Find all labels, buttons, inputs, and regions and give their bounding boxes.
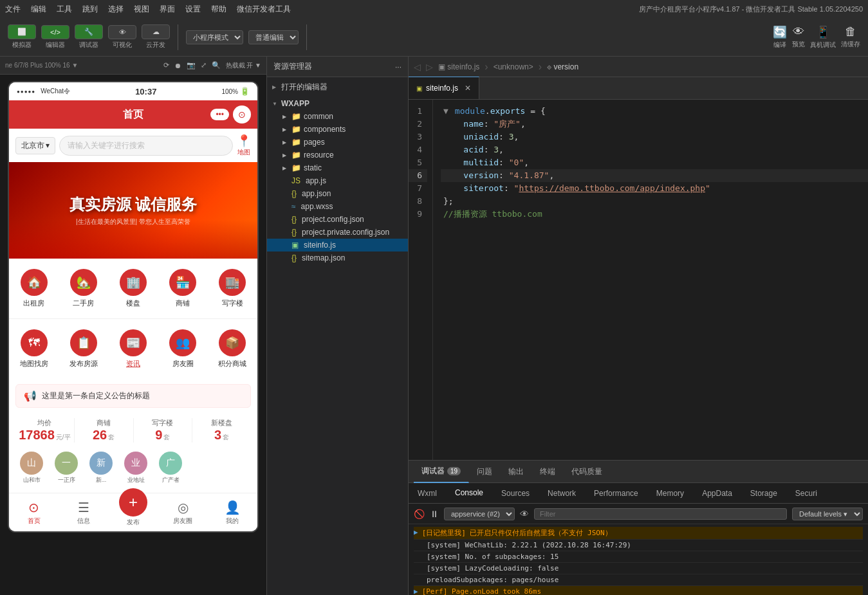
folder-static[interactable]: ▶ 📁 static (267, 161, 408, 174)
search-input[interactable]: 请输入关键字进行搜索 (59, 136, 233, 156)
agent-1[interactable]: 山 山和市 (15, 452, 48, 489)
menu-file[interactable]: 文件 (5, 4, 21, 15)
menu-settings[interactable]: 设置 (185, 4, 201, 15)
nav-forward-icon[interactable]: ▷ (426, 62, 433, 72)
preview-action[interactable]: 👁 预览 (792, 25, 805, 49)
menu-tools[interactable]: 工具 (57, 4, 72, 15)
log-level-select[interactable]: Default levels ▾ (792, 508, 863, 520)
open-editors-section[interactable]: ▶ 打开的编辑器 (267, 80, 408, 95)
file-siteinfo-js[interactable]: ▣ siteinfo.js (267, 239, 408, 252)
editor-tool[interactable]: </> 编辑器 (41, 25, 69, 50)
menu-edit[interactable]: 编辑 (31, 4, 46, 15)
editor-tab-siteinfo[interactable]: ▣ siteinfo.js ✕ (409, 77, 479, 99)
zoom-icon[interactable]: 🔍 (212, 61, 221, 69)
folder-pages[interactable]: ▶ 📁 pages (267, 136, 408, 149)
code-content[interactable]: ▼ module.exports = { name: "房产", uniacid… (433, 100, 868, 460)
category-mall[interactable]: 📦 积分商城 (208, 325, 257, 372)
subtab-network[interactable]: Network (539, 483, 585, 504)
file-app-js[interactable]: JS app.js (267, 174, 408, 187)
menu-help[interactable]: 帮助 (211, 4, 226, 15)
subtab-sources[interactable]: Sources (492, 483, 539, 504)
category-news[interactable]: 📰 资讯 (108, 325, 158, 372)
subtab-wxml[interactable]: Wxml (409, 483, 446, 504)
screenshot-icon[interactable]: 📷 (187, 61, 196, 69)
agent-5[interactable]: 广 广产者 (154, 452, 187, 489)
agent-3[interactable]: 新 新... (85, 452, 117, 489)
phone-banner[interactable]: 真实房源 诚信服务 |生活在最美的风景里| 带您人生至高荣誉 (9, 162, 257, 259)
folder-common[interactable]: ▶ 📁 common (267, 110, 408, 123)
debug-tab-terminal[interactable]: 终端 (532, 461, 564, 483)
nav-home[interactable]: ⊙ 首页 (9, 493, 59, 531)
visual-button[interactable]: 👁 (108, 25, 136, 39)
tab-close-icon[interactable]: ✕ (465, 84, 471, 93)
real-debug-action[interactable]: 📱 真机调试 (810, 25, 836, 50)
menu-view[interactable]: 视图 (134, 4, 149, 15)
console-pause-icon[interactable]: ⏸ (430, 509, 439, 519)
nav-friend-circle[interactable]: ◎ 房友圈 (158, 493, 208, 531)
menu-select[interactable]: 选择 (108, 4, 124, 15)
more-icon[interactable]: ••• (210, 109, 229, 120)
compile-action[interactable]: 🔄 编译 (773, 25, 787, 50)
file-project-config[interactable]: {} project.config.json (267, 213, 408, 226)
category-second-hand[interactable]: 🏡 二手房 (59, 265, 108, 312)
debug-tab-output[interactable]: 输出 (501, 461, 532, 483)
fold-arrow-1[interactable]: ▼ (443, 105, 450, 118)
device-selector[interactable]: ne 6/7/8 Plus 100% 16 ▼ (5, 62, 78, 69)
subtab-console[interactable]: Console (446, 483, 492, 504)
eye-icon[interactable]: 👁 (520, 509, 529, 519)
simulator-button[interactable]: ⬜ (8, 24, 36, 39)
cloud-button[interactable]: ☁ (142, 24, 170, 39)
debugger-button[interactable]: 🔧 (75, 24, 103, 39)
subtab-performance[interactable]: Performance (585, 483, 647, 504)
subtab-memory[interactable]: Memory (647, 483, 693, 504)
nav-back-icon[interactable]: ◁ (414, 62, 421, 72)
wxapp-section[interactable]: ▼ WXAPP (267, 97, 408, 110)
nav-info[interactable]: ☰ 信息 (59, 493, 108, 531)
nav-publish[interactable]: + 发布 (108, 493, 158, 531)
editor-button[interactable]: </> (41, 25, 69, 39)
menu-wechat-devtools[interactable]: 微信开发者工具 (237, 4, 291, 15)
file-sitemap-json[interactable]: {} sitemap.json (267, 252, 408, 264)
debug-tab-code-quality[interactable]: 代码质量 (564, 461, 611, 483)
debugger-tool[interactable]: 🔧 调试器 (75, 24, 103, 50)
category-out-rent[interactable]: 🏠 出租房 (9, 265, 59, 312)
publish-nav-icon[interactable]: + (119, 488, 147, 517)
subtab-appdata[interactable]: AppData (693, 483, 741, 504)
menu-interface[interactable]: 界面 (160, 4, 175, 15)
folder-components[interactable]: ▶ 📁 components (267, 123, 408, 136)
category-map-find[interactable]: 🗺 地图找房 (9, 325, 59, 372)
debug-tab-issues[interactable]: 问题 (469, 461, 501, 483)
clear-cache-action[interactable]: 🗑 清缓存 (841, 25, 860, 49)
target-icon[interactable]: ⊙ (233, 105, 251, 124)
city-selector[interactable]: 北京市 ▾ (15, 137, 55, 154)
debug-tab-debugger[interactable]: 调试器 19 (414, 461, 469, 483)
map-button[interactable]: 📍 地图 (237, 134, 251, 157)
category-shop[interactable]: 🏪 商铺 (158, 265, 208, 312)
simulator-tool[interactable]: ⬜ 模拟器 (8, 24, 36, 50)
category-publish[interactable]: 📋 发布房源 (59, 325, 108, 372)
record-icon[interactable]: ⏺ (174, 62, 181, 69)
file-app-json[interactable]: {} app.json (267, 187, 408, 200)
visual-tool[interactable]: 👁 可视化 (108, 25, 136, 50)
category-friend-circle[interactable]: 👥 房友圈 (158, 325, 208, 372)
expand-icon[interactable]: ⤢ (201, 61, 207, 69)
agent-2[interactable]: 一 一正序 (50, 452, 82, 489)
category-office[interactable]: 🏬 写字楼 (208, 265, 257, 312)
hot-reload-label[interactable]: 热载截 开 ▼ (226, 61, 261, 70)
compile-mode-select[interactable]: 普通编辑 (248, 30, 299, 44)
rotate-icon[interactable]: ⟳ (163, 61, 169, 69)
nav-me[interactable]: 👤 我的 (208, 493, 257, 531)
category-building[interactable]: 🏢 楼盘 (108, 265, 158, 312)
file-app-wxss[interactable]: ≈ app.wxss (267, 200, 408, 213)
folder-resource[interactable]: ▶ 📁 resource (267, 149, 408, 161)
log-expand-perf[interactable]: ▶ (414, 587, 418, 595)
cloud-tool[interactable]: ☁ 云开发 (142, 24, 170, 50)
phone-notice[interactable]: 📢 这里是第一条自定义公告的标题 (15, 384, 251, 408)
console-filter-input[interactable] (534, 508, 787, 520)
appservice-context-select[interactable]: appservice (#2) (444, 508, 515, 520)
miniprogram-mode-select[interactable]: 小程序模式 (186, 30, 243, 44)
subtab-security[interactable]: Securi (786, 483, 826, 504)
agent-4[interactable]: 业 业地址 (120, 452, 152, 489)
file-panel-more-icon[interactable]: ··· (395, 62, 402, 71)
subtab-storage[interactable]: Storage (741, 483, 786, 504)
